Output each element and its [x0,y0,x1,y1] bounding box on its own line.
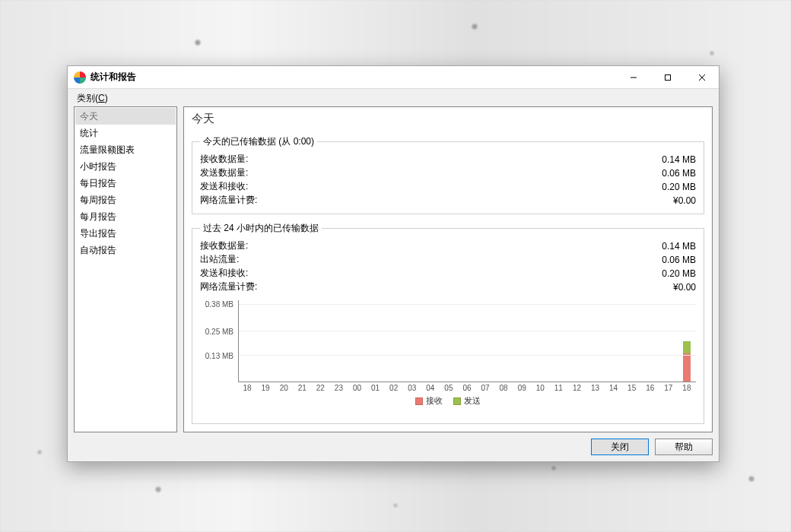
y-tick-label: 0.38 MB [205,300,233,309]
table-row: 发送数据量:0.06 MB [200,166,696,180]
category-label-prefix: 类别( [77,93,98,103]
x-tick-label: 05 [440,384,458,392]
x-tick-label: 19 [256,384,275,392]
bar-send [683,341,691,353]
bar-column [586,300,605,382]
row-label: 出站流量: [200,253,511,267]
x-tick-label: 11 [549,384,567,392]
group-today-legend: 今天的已传输数据 (从 0:00) [200,135,317,148]
x-tick-label: 23 [329,384,348,392]
row-label: 接收数据量: [200,153,511,166]
legend-label-recv: 接收 [426,396,443,405]
row-label: 发送数据量: [200,166,511,180]
bar-column [257,300,275,382]
bar-recv [683,353,691,382]
minimize-button[interactable] [616,66,650,89]
titlebar[interactable]: 统计和报告 [68,66,719,89]
group-today: 今天的已传输数据 (从 0:00) 接收数据量:0.14 MB发送数据量:0.0… [192,135,704,214]
y-tick-label: 0.25 MB [205,327,233,335]
svg-rect-1 [665,74,670,80]
chart-y-axis: 0.13 MB0.25 MB0.38 MB [200,300,238,382]
row-value: 0.20 MB [511,180,696,194]
row-value: 0.06 MB [511,166,696,180]
table-row: 网络流量计费:¥0.00 [200,194,696,207]
x-tick-label: 01 [367,384,385,392]
bar-column [348,300,367,382]
bar-column [623,300,641,382]
x-tick-label: 13 [586,384,604,392]
sidebar-item[interactable]: 统计 [75,125,176,141]
bar-column [385,300,403,382]
chart-plot-area [238,300,696,382]
sidebar-item[interactable]: 今天 [75,108,176,125]
table-row: 发送和接收:0.20 MB [200,180,696,194]
y-tick-label: 0.13 MB [205,351,233,359]
table-row: 接收数据量:0.14 MB [200,239,696,253]
close-button[interactable] [685,66,719,89]
bar-column [367,300,385,382]
chart-x-axis: 1819202122230001020304050607080910111213… [238,382,696,392]
table-row: 接收数据量:0.14 MB [200,153,696,166]
row-value: 0.20 MB [511,267,696,280]
bar-column [513,300,532,382]
chart-24h: 0.13 MB0.25 MB0.38 MB 181920212223000102… [200,300,696,407]
row-value: 0.06 MB [511,253,696,267]
bar-column [294,300,312,382]
sidebar-item[interactable]: 每周报告 [75,192,176,208]
row-value: ¥0.00 [511,194,696,207]
x-tick-label: 17 [659,384,678,392]
table-row: 网络流量计费:¥0.00 [200,280,696,294]
maximize-button[interactable] [650,66,685,89]
x-tick-label: 02 [385,384,403,392]
x-tick-label: 08 [494,384,513,392]
stats-window: 统计和报告 类别(C) 今天统计流量限额图表小时报告每日报告每周报告每月报告导出… [67,65,720,462]
row-label: 发送和接收: [200,267,511,280]
bar-column [403,300,421,382]
bar-column [239,300,257,382]
chart-legend: 接收 发送 [200,395,696,407]
table-row: 出站流量:0.06 MB [200,253,696,267]
category-label-suffix: ) [105,93,108,103]
sidebar-item[interactable]: 每月报告 [75,208,176,225]
bar-column [275,300,294,382]
x-tick-label: 07 [476,384,494,392]
table-24h: 接收数据量:0.14 MB出站流量:0.06 MB发送和接收:0.20 MB网络… [200,239,696,294]
category-sidebar[interactable]: 今天统计流量限额图表小时报告每日报告每周报告每月报告导出报告自动报告 [74,106,177,432]
window-title: 统计和报告 [91,71,136,84]
row-value: 0.14 MB [511,153,696,166]
row-label: 接收数据量: [200,239,511,253]
sidebar-item[interactable]: 导出报告 [75,225,176,242]
bar-column [605,300,623,382]
legend-label-send: 发送 [464,396,481,405]
close-dialog-button[interactable]: 关闭 [591,439,649,455]
sidebar-item[interactable]: 流量限额图表 [75,141,176,158]
x-tick-label: 21 [293,384,311,392]
table-today: 接收数据量:0.14 MB发送数据量:0.06 MB发送和接收:0.20 MB网… [200,153,696,207]
x-tick-label: 18 [238,384,256,392]
x-tick-label: 00 [348,384,366,392]
table-row: 发送和接收:0.20 MB [200,267,696,280]
category-label: 类别(C) [74,92,713,106]
bar-column [568,300,586,382]
row-label: 网络流量计费: [200,194,511,207]
legend-swatch-send [453,397,461,405]
help-button[interactable]: 帮助 [655,439,713,455]
x-tick-label: 09 [513,384,531,392]
sidebar-item[interactable]: 每日报告 [75,175,176,192]
bar-column [477,300,495,382]
bar-column [532,300,550,382]
group-24h-legend: 过去 24 小时内的已传输数据 [200,222,322,235]
x-tick-label: 20 [275,384,293,392]
category-label-hotkey: C [98,93,105,103]
row-label: 发送和接收: [200,180,511,194]
app-icon [74,71,86,84]
bar-column [312,300,330,382]
sidebar-item[interactable]: 自动报告 [75,242,176,258]
page-title: 今天 [192,112,704,126]
bar-column [440,300,459,382]
bar-column [641,300,659,382]
x-tick-label: 12 [567,384,586,392]
sidebar-item[interactable]: 小时报告 [75,158,176,175]
x-tick-label: 04 [421,384,440,392]
bar-column [550,300,568,382]
